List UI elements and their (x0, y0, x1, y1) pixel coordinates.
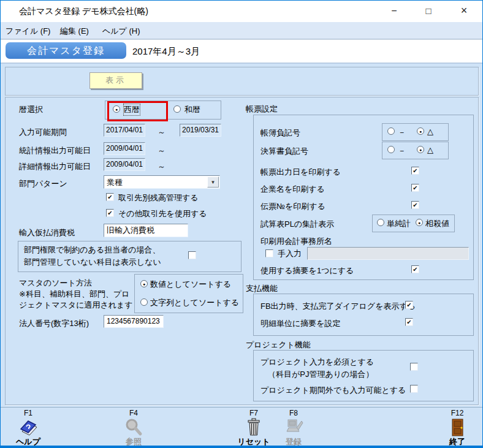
radio-book-minus-label[interactable]: － (398, 127, 406, 138)
chevron-down-icon[interactable]: ▼ (207, 177, 219, 188)
radio-pl-offset-label[interactable]: 相殺値 (425, 218, 449, 229)
radio-wareki-label[interactable]: 和暦 (184, 104, 200, 115)
dept-pattern-select[interactable]: 業種 ▼ (104, 175, 220, 189)
pj-outside-label: プロジェクト期間外でも入力可能とする (261, 385, 406, 396)
search-icon (112, 418, 155, 436)
payment-box (253, 294, 474, 336)
report-settings-title: 帳票設定 (246, 104, 278, 115)
radio-western[interactable]: ● (113, 105, 120, 113)
menu-file[interactable]: ファイル (F) (6, 26, 50, 37)
radio-wareki[interactable] (173, 105, 181, 113)
sort-method-label-line2: ※科目、補助科目、部門、プロ (19, 289, 130, 300)
import-tax-input[interactable]: 旧輸入消費税 (104, 224, 188, 237)
maximize-button[interactable]: □ (419, 4, 438, 18)
checkbox-pj-outside[interactable] (410, 385, 418, 393)
radio-pl-simple-label[interactable]: 単純計 (387, 218, 411, 229)
register-icon (272, 418, 315, 436)
radio-book-triangle[interactable]: ● (417, 127, 424, 135)
detail-date-label: 詳細情報出力可能日 (19, 161, 91, 172)
radio-sort-numeric-label[interactable]: 数値としてソートする (150, 279, 231, 290)
checkbox-print-output-date[interactable]: ✔ (411, 167, 419, 175)
window-title: 会計マスタ登録 デモ株式会社(略) (19, 6, 148, 17)
import-tax-label: 輸入仮払消費税 (19, 227, 75, 238)
dept-restriction-line2: 部門管理していない科目は表示しない (24, 257, 161, 268)
input-period-label: 入力可能期間 (19, 127, 67, 138)
fb-dialog-label: FB出力時、支払完了ダイアログを表示する (261, 301, 416, 312)
fkey-f12: F12 (436, 409, 479, 417)
checkbox-use-other-clients[interactable]: ✔ (106, 209, 114, 217)
menu-help[interactable]: ヘルプ (H) (102, 26, 140, 37)
sort-method-label-line3: ジェクトマスタに適用されます (19, 300, 133, 311)
checkbox-use-other-clients-label[interactable]: その他取引先を使用する (118, 208, 207, 219)
minimize-button[interactable]: − (385, 4, 403, 18)
fiscal-period-label: 2017年4月～3月 (132, 46, 200, 58)
window-bottom-frame (1, 446, 482, 448)
period-to-field[interactable]: 2019/03/31 (180, 124, 221, 137)
payment-section-title: 支払機能 (246, 283, 278, 294)
checkbox-detail-summary[interactable]: ✔ (405, 318, 413, 326)
corp-number-input[interactable]: 1234567890123 (104, 315, 164, 328)
fs-sign-label: 決算書負記号 (261, 146, 308, 157)
radio-book-triangle-label[interactable]: △ (427, 127, 433, 136)
radio-sort-string[interactable] (140, 298, 148, 306)
fkey-f4: F4 (112, 409, 155, 417)
detail-tilde: ～ (158, 161, 165, 172)
pj-required-line2: （科目がPJ管理ありの場合） (268, 369, 373, 380)
office-name-label: 印刷用会計事務所名 (261, 236, 332, 247)
exit-door-icon (436, 418, 479, 436)
book-sign-label: 帳簿負記号 (261, 127, 300, 139)
checkbox-balance-by-client-label[interactable]: 取引先別残高管理する (118, 192, 199, 203)
close-button[interactable]: × (455, 4, 473, 18)
radio-pl-simple[interactable] (377, 219, 384, 226)
calendar-select-label: 暦選択 (19, 104, 43, 115)
pj-required-line1: プロジェクト入力を必須とする (261, 357, 374, 368)
sort-method-label-line1: マスタのソート方法 (19, 278, 92, 289)
fkey-f8: F8 (272, 409, 315, 417)
manual-input-label[interactable]: 手入力 (278, 248, 302, 259)
stats-from-field[interactable]: 2009/04/01 (104, 142, 145, 155)
print-slipno-label: 伝票№を印刷する (261, 201, 325, 212)
stats-date-label: 統計情報出力可能日 (19, 145, 91, 156)
radio-sort-numeric[interactable]: ● (140, 280, 148, 287)
print-output-date-label: 帳票出力日を印刷する (261, 167, 341, 178)
project-section-title: プロジェクト機能 (246, 340, 311, 351)
period-tilde: ～ (158, 127, 165, 138)
fkey-f7: F7 (232, 409, 275, 417)
checkbox-pj-required[interactable] (410, 363, 418, 371)
toolbar-help-button[interactable]: F1 ヘルプ (7, 409, 50, 447)
checkbox-manual-input[interactable] (265, 249, 273, 257)
toolbar-register-button: F8 登録 (272, 409, 315, 447)
toolbar-reset-button[interactable]: F7 リセット (232, 409, 275, 447)
checkbox-fb-dialog[interactable]: ✔ (405, 301, 413, 309)
menu-edit[interactable]: 編集 (E) (60, 26, 89, 37)
checkbox-dept-restriction[interactable] (188, 251, 196, 259)
checkbox-print-company[interactable]: ✔ (411, 184, 419, 192)
dept-restriction-line1: 部門権限で制約のある担当者の場合、 (24, 245, 161, 256)
radio-pl-offset[interactable]: ● (416, 219, 423, 226)
toolbar-exit-button[interactable]: F12 終了 (436, 409, 479, 447)
radio-fs-triangle[interactable]: ● (417, 146, 424, 153)
display-button[interactable]: 表示 (89, 72, 142, 89)
radio-fs-triangle-label[interactable]: △ (427, 145, 433, 154)
checkbox-single-summary[interactable]: ✔ (411, 265, 419, 273)
office-name-input[interactable] (307, 247, 469, 260)
trash-icon (232, 418, 275, 436)
radio-book-minus[interactable] (387, 127, 395, 135)
detail-from-field[interactable]: 2009/04/01 (104, 158, 145, 171)
print-company-label: 企業名を印刷する (261, 184, 325, 195)
radio-sort-string-label[interactable]: 文字列としてソートする (150, 297, 239, 308)
radio-fs-minus[interactable] (387, 146, 395, 153)
radio-fs-minus-label[interactable]: － (398, 145, 406, 156)
detail-summary-label: 明細単位に摘要を設定 (261, 318, 341, 329)
checkbox-balance-by-client[interactable]: ✔ (106, 193, 114, 201)
corp-number-label: 法人番号(数字13桁) (19, 318, 89, 329)
period-from-field[interactable]: 2017/04/01 (104, 124, 145, 137)
checkbox-print-slipno[interactable]: ✔ (411, 201, 419, 209)
radio-western-label[interactable]: 西暦 (124, 104, 140, 115)
display-panel (5, 67, 479, 96)
dept-pattern-label: 部門パターン (19, 178, 67, 189)
app-window: 会計マスタ登録 デモ株式会社(略) − □ × ファイル (F) 編集 (E) … (0, 0, 483, 448)
toolbar-browse-button: F4 参照 (112, 409, 155, 447)
pl-display-label: 試算表PLの集計表示 (261, 219, 334, 230)
dept-pattern-value: 業種 (107, 177, 123, 188)
